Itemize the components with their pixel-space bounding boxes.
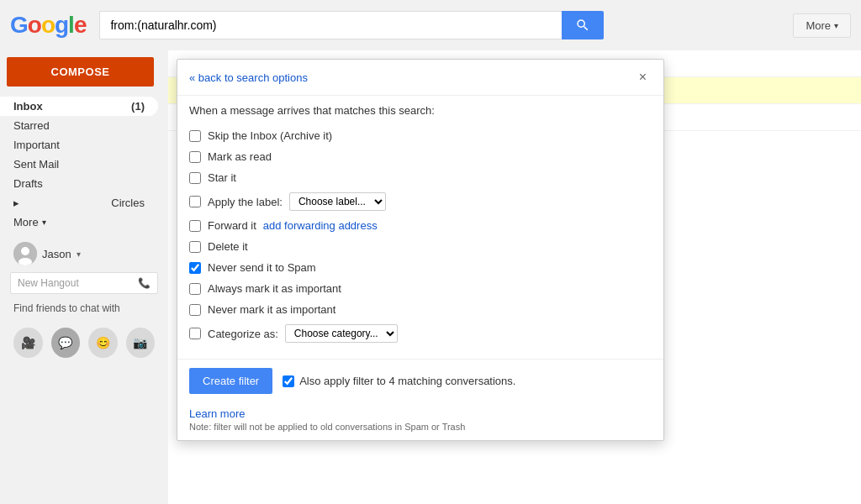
layout: COMPOSE Inbox (1) Starred Important Sent… [0, 50, 861, 504]
svg-point-1 [21, 247, 29, 255]
chat-caret-icon: ▾ [77, 249, 81, 259]
sidebar-important-label: Important [13, 139, 60, 151]
apply-label-checkbox[interactable] [189, 196, 201, 207]
filter-row-mark-read: Mark as read [189, 146, 652, 167]
skip-inbox-checkbox[interactable] [189, 130, 201, 142]
sidebar-inbox-label: Inbox [13, 100, 43, 113]
chat-icons: 🎥 💬 😊 📷 [10, 328, 158, 358]
also-apply-label[interactable]: Also apply filter to 4 matching conversa… [299, 375, 515, 387]
never-spam-label[interactable]: Never send it to Spam [208, 261, 316, 274]
dialog-footer: Learn more Note: filter will not be appl… [177, 402, 663, 440]
always-important-checkbox[interactable] [189, 283, 201, 295]
never-important-checkbox[interactable] [189, 304, 201, 316]
skip-inbox-label[interactable]: Skip the Inbox (Archive it) [208, 129, 332, 142]
main-content: d has been reset to g6f75uwhfwfg - you 2… [168, 50, 861, 504]
note-text: Note: filter will not be applied to old … [189, 422, 652, 432]
never-important-label[interactable]: Never mark it as important [208, 303, 335, 316]
dialog-description: When a message arrives that matches this… [177, 96, 663, 122]
filter-row-skip-inbox: Skip the Inbox (Archive it) [189, 125, 652, 146]
chat-section: Jason ▾ New Hangout 📞 Find friends to ch… [0, 232, 168, 365]
sidebar: COMPOSE Inbox (1) Starred Important Sent… [0, 50, 168, 504]
sidebar-inbox-count: (1) [131, 100, 145, 113]
search-button[interactable] [562, 11, 604, 39]
sidebar-item-circles[interactable]: ▸ Circles [0, 193, 158, 213]
more-button[interactable]: More [793, 13, 851, 38]
mark-as-read-checkbox[interactable] [189, 151, 201, 163]
categorize-as-checkbox[interactable] [189, 328, 201, 339]
phone-icon: 📞 [138, 277, 151, 289]
forward-it-checkbox[interactable] [189, 220, 201, 232]
dialog-header: « back to search options × [177, 60, 663, 96]
filter-row-apply-label: Apply the label: Choose label... [189, 188, 652, 215]
apply-label-label[interactable]: Apply the label: [208, 196, 283, 208]
dialog-actions: Create filter Also apply filter to 4 mat… [177, 359, 663, 402]
filter-row-never-important: Never mark it as important [189, 299, 652, 320]
chat-username: Jason [42, 248, 71, 260]
delete-it-label[interactable]: Delete it [208, 240, 248, 253]
sidebar-more[interactable]: More [0, 213, 168, 232]
never-spam-checkbox[interactable] [189, 262, 201, 274]
sidebar-item-sent[interactable]: Sent Mail [0, 155, 158, 174]
sidebar-circles-expand: ▸ [13, 197, 19, 209]
mark-as-read-label[interactable]: Mark as read [208, 150, 272, 163]
filter-row-forward: Forward it add forwarding address [189, 215, 652, 236]
category-select[interactable]: Choose category... [285, 324, 398, 343]
create-filter-button[interactable]: Create filter [189, 368, 272, 394]
hangout-placeholder: New Hangout [18, 277, 79, 289]
find-friends-text: Find friends to chat with [10, 297, 158, 319]
sidebar-item-starred[interactable]: Starred [0, 116, 158, 135]
emoji-icon[interactable]: 😊 [88, 328, 118, 358]
sidebar-circles-label: Circles [111, 197, 145, 209]
google-logo: Google [10, 12, 86, 39]
hangout-input[interactable]: New Hangout 📞 [10, 272, 158, 294]
back-to-search-link[interactable]: « back to search options [189, 71, 308, 84]
compose-button[interactable]: COMPOSE [7, 57, 154, 87]
star-it-label[interactable]: Star it [208, 171, 236, 184]
camera-icon[interactable]: 📷 [126, 328, 156, 358]
filter-row-always-important: Always mark it as important [189, 278, 652, 299]
search-input[interactable] [99, 11, 562, 39]
always-important-label[interactable]: Always mark it as important [208, 282, 341, 295]
search-bar [99, 11, 604, 39]
hangouts-icon[interactable]: 💬 [51, 328, 81, 358]
sidebar-drafts-label: Drafts [13, 177, 43, 190]
sidebar-item-inbox[interactable]: Inbox (1) [0, 97, 158, 116]
learn-more-link[interactable]: Learn more [189, 407, 245, 420]
label-select[interactable]: Choose label... [289, 192, 386, 211]
video-chat-icon[interactable]: 🎥 [13, 328, 43, 358]
filter-row-delete: Delete it [189, 236, 652, 257]
filter-row-star: Star it [189, 167, 652, 188]
sidebar-item-drafts[interactable]: Drafts [0, 174, 158, 193]
filter-row-categorize: Categorize as: Choose category... [189, 320, 652, 347]
close-button[interactable]: × [634, 68, 652, 87]
also-apply-checkbox[interactable] [283, 375, 294, 387]
also-apply-section: Also apply filter to 4 matching conversa… [283, 375, 515, 387]
forward-it-label[interactable]: Forward it [208, 219, 256, 232]
dialog-body: Skip the Inbox (Archive it) Mark as read… [177, 122, 663, 359]
avatar [13, 242, 37, 265]
sidebar-item-important[interactable]: Important [0, 135, 158, 155]
delete-it-checkbox[interactable] [189, 241, 201, 253]
filter-row-never-spam: Never send it to Spam [189, 257, 652, 278]
star-it-checkbox[interactable] [189, 172, 201, 184]
sidebar-more-label: More [13, 216, 39, 228]
header: Google More [0, 0, 861, 50]
categorize-as-label[interactable]: Categorize as: [208, 328, 278, 340]
sidebar-sent-label: Sent Mail [13, 158, 59, 171]
filter-dialog: « back to search options × When a messag… [177, 59, 664, 441]
chat-user[interactable]: Jason ▾ [10, 239, 158, 269]
sidebar-starred-label: Starred [13, 119, 50, 132]
add-forwarding-link[interactable]: add forwarding address [263, 219, 378, 232]
